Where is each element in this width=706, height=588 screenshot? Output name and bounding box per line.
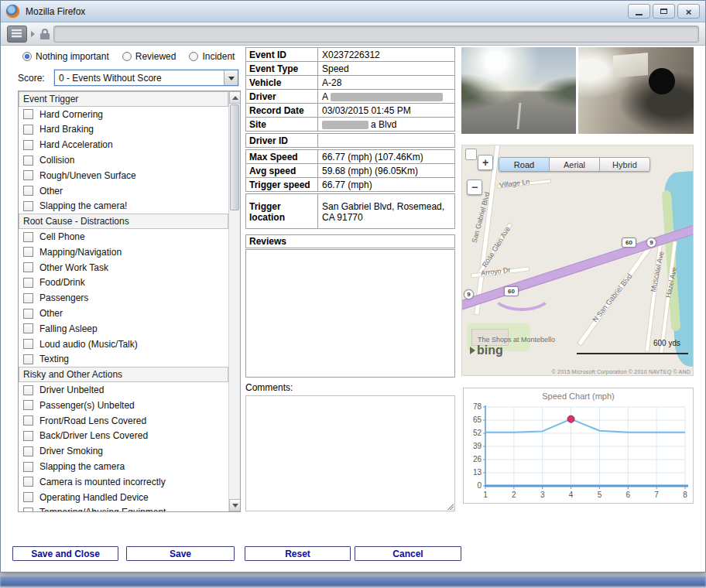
check-item[interactable]: Other — [19, 306, 228, 321]
check-item-label: Other — [39, 308, 63, 319]
map-view-road[interactable]: Road — [499, 157, 550, 172]
driver-camera-image[interactable] — [578, 47, 694, 134]
check-item[interactable]: Other Work Task — [19, 260, 228, 275]
check-item-label: Front/Road Lens Covered — [39, 415, 146, 426]
map-view-hybrid[interactable]: Hybrid — [599, 157, 650, 172]
checkbox-icon[interactable] — [23, 415, 33, 426]
detail-row: Vehicle A-28 — [245, 75, 455, 90]
chart-plot-area: 013263952657812345678 — [464, 402, 693, 503]
checkbox-icon[interactable] — [23, 323, 33, 333]
detail-value-text: X0237226312 — [322, 50, 380, 60]
check-item[interactable]: Back/Driver Lens Covered — [19, 429, 228, 444]
maximize-button[interactable] — [653, 4, 675, 19]
scroll-down-button[interactable] — [229, 499, 241, 511]
checkbox-icon[interactable] — [23, 477, 33, 487]
checkbox-icon[interactable] — [23, 385, 33, 395]
minimize-button[interactable] — [628, 4, 650, 19]
checkbox-icon[interactable] — [23, 293, 33, 303]
check-item[interactable]: Collision — [19, 152, 228, 168]
checkbox-icon[interactable] — [23, 186, 33, 196]
road-camera-image[interactable] — [461, 47, 576, 134]
check-item[interactable]: Front/Road Lens Covered — [19, 413, 228, 429]
check-item[interactable]: Slapping the camera — [19, 459, 228, 474]
check-item[interactable]: Slapping the camera! — [19, 199, 228, 214]
scroll-up-button[interactable] — [229, 91, 241, 104]
check-item[interactable]: Hard Acceleration — [19, 137, 228, 152]
score-dropdown[interactable]: 0 - Events Without Score — [54, 70, 238, 86]
checkbox-icon[interactable] — [23, 354, 33, 364]
svg-text:4: 4 — [569, 491, 574, 499]
comments-textarea[interactable] — [245, 395, 455, 511]
detail-value-text: a Blvd — [371, 119, 396, 130]
check-item[interactable]: Tampering/Abusing Equipment — [19, 505, 228, 511]
radio-icon — [122, 52, 132, 61]
checkbox-icon[interactable] — [23, 156, 33, 166]
check-item[interactable]: Camera is mounted incorrectly — [19, 474, 228, 490]
checkbox-icon[interactable] — [23, 140, 33, 150]
checkbox-icon[interactable] — [23, 339, 33, 349]
check-item-label: Camera is mounted incorrectly — [39, 477, 166, 487]
detail-group: Trigger location San Gabriel Blvd, Rosem… — [245, 193, 455, 229]
status-option-reviewed[interactable]: Reviewed — [122, 51, 176, 62]
detail-value-text: 66.77 (mph) (107.46Km) — [322, 152, 423, 162]
detail-label: Trigger location — [246, 194, 318, 228]
check-item[interactable]: Rough/Uneven Surface — [19, 168, 228, 183]
checkbox-icon[interactable] — [23, 492, 33, 502]
svg-text:5: 5 — [598, 491, 602, 499]
check-item-label: Rough/Uneven Surface — [39, 170, 136, 181]
checkbox-icon[interactable] — [23, 400, 33, 410]
reset-button[interactable]: Reset — [245, 546, 351, 561]
status-option-nothing-important[interactable]: Nothing important — [22, 51, 109, 62]
map-view-aerial[interactable]: Aerial — [549, 157, 600, 172]
cancel-button[interactable]: Cancel — [355, 546, 461, 561]
checkbox-icon[interactable] — [23, 125, 33, 135]
checkbox-icon[interactable] — [23, 278, 33, 288]
bing-logo-icon — [470, 347, 475, 354]
checkbox-icon[interactable] — [23, 201, 33, 211]
checkbox-icon[interactable] — [23, 262, 33, 272]
face-privacy-blur — [649, 68, 675, 94]
svg-text:6: 6 — [626, 491, 631, 499]
check-item[interactable]: Texting — [19, 352, 228, 368]
check-item[interactable]: Passenger(s) Unbelted — [19, 398, 228, 413]
map-locate-control[interactable] — [465, 149, 477, 160]
save-and-close-button[interactable]: Save and Close — [12, 546, 118, 561]
svg-text:52: 52 — [473, 429, 482, 437]
check-item-label: Collision — [39, 155, 74, 166]
scrollbar-thumb[interactable] — [230, 104, 239, 210]
check-item[interactable]: Other — [19, 183, 228, 199]
poi-label: The Shops at Montebello — [478, 336, 555, 344]
status-option-incident[interactable]: Incident — [189, 51, 235, 62]
close-button[interactable] — [677, 4, 700, 19]
check-item[interactable]: Loud audio (Music/Talk) — [19, 337, 228, 352]
check-item[interactable]: Driver Smoking — [19, 443, 228, 459]
check-item[interactable]: Passengers — [19, 290, 228, 306]
checkbox-icon[interactable] — [23, 446, 33, 456]
check-item[interactable]: Falling Asleep — [19, 321, 228, 337]
bing-map[interactable]: Village Ln San Gabriel Blvd Rose Glen Av… — [461, 145, 694, 376]
url-bar[interactable] — [53, 26, 699, 43]
zoom-out-button[interactable]: − — [467, 179, 482, 195]
checkbox-icon[interactable] — [23, 309, 33, 319]
check-item[interactable]: Operating Handled Device — [19, 490, 228, 505]
checkbox-icon[interactable] — [23, 508, 33, 511]
zoom-in-button[interactable]: + — [478, 155, 493, 170]
redacted-text — [331, 93, 443, 101]
score-row: Score: 0 - Events Without Score — [18, 70, 238, 86]
check-item[interactable]: Hard Braking — [19, 122, 228, 138]
page-identity-icon[interactable] — [7, 26, 27, 43]
checkbox-icon[interactable] — [23, 431, 33, 441]
check-item[interactable]: Hard Cornering — [19, 107, 228, 122]
checkbox-icon[interactable] — [23, 232, 33, 242]
save-button[interactable]: Save — [126, 546, 235, 561]
checkbox-icon[interactable] — [23, 247, 33, 257]
chevron-down-icon[interactable] — [224, 70, 238, 85]
check-item[interactable]: Mapping/Navigation — [19, 244, 228, 260]
checkbox-icon[interactable] — [23, 170, 33, 180]
check-item[interactable]: Driver Unbelted — [19, 382, 228, 398]
check-item[interactable]: Food/Drink — [19, 275, 228, 291]
checkbox-icon[interactable] — [23, 109, 33, 119]
checkbox-icon[interactable] — [23, 462, 33, 472]
checklist-scrollbar[interactable] — [228, 91, 240, 511]
check-item[interactable]: Cell Phone — [19, 229, 228, 244]
